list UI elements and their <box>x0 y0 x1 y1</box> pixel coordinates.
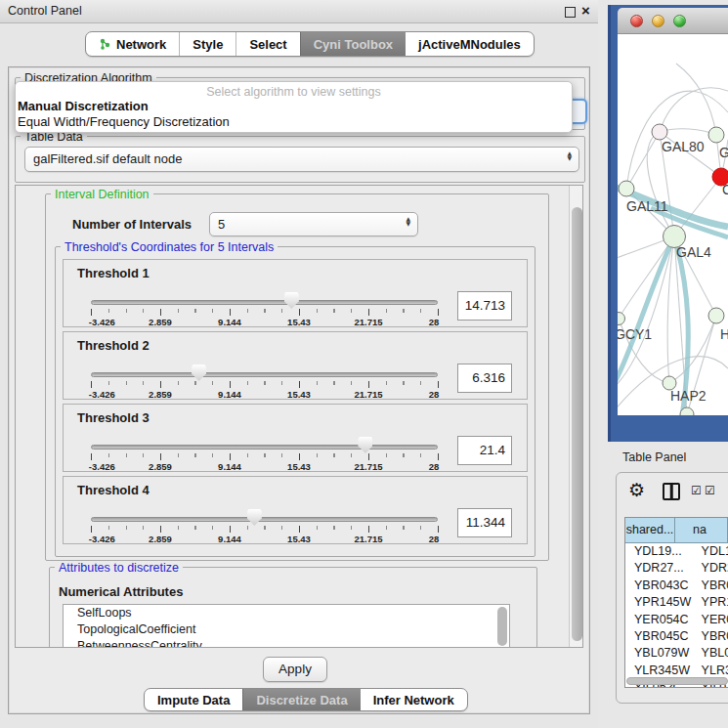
tab-cyni-toolbox[interactable]: Cyni Toolbox <box>300 32 406 56</box>
checkbox-icon[interactable]: ☑ <box>691 484 702 497</box>
threshold-3-slider[interactable]: -3.4262.8599.14415.4321.71528 <box>91 436 438 473</box>
slider-tick-labels: -3.4262.8599.14415.4321.71528 <box>91 317 438 328</box>
tick-label: -3.426 <box>89 389 115 400</box>
tick-label: 21.715 <box>354 317 382 327</box>
network-edge-thick <box>618 236 674 384</box>
tick-label: 28 <box>429 534 440 544</box>
network-node-label: GAL <box>719 145 728 160</box>
slider-thumb[interactable] <box>358 437 372 453</box>
tab-network[interactable]: Network <box>86 32 179 56</box>
dropdown-option-manual[interactable]: Manual Discretization <box>16 99 572 114</box>
threshold-2-slider[interactable]: -3.4262.8599.14415.4321.71528 <box>91 364 438 401</box>
minimize-traffic-light-icon[interactable] <box>652 15 664 27</box>
threshold-1-value[interactable]: 14.713 <box>457 291 512 321</box>
tick-label: 28 <box>429 461 440 472</box>
slider-track[interactable] <box>91 372 438 377</box>
panel-scrollbar[interactable] <box>569 186 583 648</box>
scrollbar-thumb[interactable] <box>572 207 582 641</box>
table-panel-window: ⚙ ☑ ☑ shared... na YDL19...YDL1 YDR27...… <box>616 472 728 704</box>
network-node[interactable] <box>619 181 634 196</box>
tab-select[interactable]: Select <box>236 32 299 56</box>
network-node-label: GAL4 <box>676 244 711 260</box>
tick-label: 21.715 <box>354 389 382 400</box>
apply-button[interactable]: Apply <box>263 657 327 682</box>
dropdown-option-equal-width[interactable]: Equal Width/Frequency Discretization <box>16 114 572 130</box>
threshold-3-panel: Threshold 3 -3.4262.8599.14415.4321.7152… <box>63 404 528 472</box>
dropdown-hint: Select algorithm to view settings <box>16 85 572 99</box>
control-panel-window: Control Panel × Network Style Select Cyn… <box>0 0 598 728</box>
num-intervals-select[interactable]: 5 ▲▼ <box>209 212 418 236</box>
list-item[interactable]: TopologicalCoefficient <box>64 621 509 638</box>
slider-track[interactable] <box>91 300 438 305</box>
tick-label: 15.43 <box>287 317 311 327</box>
tick-label: 9.144 <box>218 317 241 327</box>
checkbox-icon[interactable]: ☑ <box>705 484 715 497</box>
slider-thumb[interactable] <box>247 509 262 526</box>
threshold-3-value[interactable]: 21.4 <box>457 436 512 465</box>
column-layout-icon[interactable] <box>663 483 680 500</box>
slider-tick-labels: -3.4262.8599.14415.4321.71528 <box>91 534 438 545</box>
network-node-label: GAL11 <box>626 198 668 214</box>
slider-thumb[interactable] <box>192 364 206 381</box>
table-row[interactable]: YPR145WYPR1 <box>625 594 728 611</box>
column-header-name[interactable]: na <box>675 518 728 542</box>
network-edge <box>669 316 716 383</box>
slider-track[interactable] <box>91 445 438 450</box>
network-node-label: HAP2 <box>670 388 707 404</box>
numerical-attributes-list[interactable]: SelfLoops TopologicalCoefficient Between… <box>63 604 510 648</box>
attributes-group-title: Attributes to discretize <box>55 561 183 575</box>
table-data-select[interactable]: galFiltered.sif default node ▲▼ <box>24 147 579 172</box>
tick-label: 2.859 <box>149 389 172 400</box>
float-window-icon[interactable] <box>565 7 576 18</box>
tick-label: 9.144 <box>218 389 241 400</box>
table-row[interactable]: YBR045CYBR0 <box>625 628 728 645</box>
tab-impute-data[interactable]: Impute Data <box>145 689 242 710</box>
tab-jactivemnodules[interactable]: jActiveMNodules <box>406 32 534 56</box>
network-node[interactable] <box>708 308 724 323</box>
list-item[interactable]: SelfLoops <box>64 605 509 621</box>
list-scrollbar[interactable] <box>497 607 507 646</box>
table-panel-title: Table Panel <box>622 450 686 464</box>
close-icon[interactable]: × <box>581 2 590 19</box>
threshold-4-value[interactable]: 11.344 <box>457 508 512 537</box>
table-row[interactable]: YBR043CYBR0 <box>625 578 728 594</box>
tick-label: 21.715 <box>354 534 382 544</box>
table-toolbar: ⚙ ☑ ☑ <box>617 473 728 512</box>
gear-icon[interactable]: ⚙ <box>628 479 645 500</box>
table-row[interactable]: YBL079WYBL0 <box>625 645 728 662</box>
network-svg[interactable]: GAL80GALCGAL11GAL4GCY1HHAP2 <box>618 34 728 415</box>
close-traffic-light-icon[interactable] <box>630 15 643 27</box>
table-horizontal-scrollbar[interactable] <box>626 677 728 685</box>
slider-thumb[interactable] <box>284 292 299 309</box>
table-header-row: shared... na <box>625 518 728 543</box>
cyni-content-panel: Discretization Algorithm Select algorith… <box>8 66 590 714</box>
network-node-label: C <box>722 182 728 197</box>
network-node[interactable] <box>652 124 667 140</box>
network-window-titlebar[interactable] <box>618 8 728 34</box>
tick-label: 15.43 <box>287 461 311 472</box>
threshold-4-label: Threshold 4 <box>77 483 150 497</box>
list-item[interactable]: BetweennessCentrality <box>64 638 509 648</box>
threshold-4-slider[interactable]: -3.4262.8599.14415.4321.71528 <box>91 508 438 545</box>
tab-style[interactable]: Style <box>179 32 236 56</box>
column-header-shared-name[interactable]: shared... <box>625 518 675 542</box>
network-node[interactable] <box>618 313 625 325</box>
threshold-3-label: Threshold 3 <box>77 410 150 425</box>
tab-discretize-data[interactable]: Discretize Data <box>242 689 360 710</box>
table-row[interactable]: YDR27...YDR2 <box>625 560 728 577</box>
network-edge <box>660 129 716 135</box>
tick-label: 15.43 <box>287 534 311 544</box>
zoom-traffic-light-icon[interactable] <box>673 15 686 27</box>
threshold-1-slider[interactable]: -3.4262.8599.14415.4321.71528 <box>91 291 438 328</box>
table-row[interactable]: YDL19...YDL1 <box>625 543 728 560</box>
tick-label: -3.426 <box>89 534 115 544</box>
network-node-label: GAL80 <box>662 139 705 154</box>
network-node[interactable] <box>708 127 724 143</box>
network-canvas[interactable]: GAL80GALCGAL11GAL4GCY1HHAP2 <box>618 34 728 415</box>
threshold-2-value[interactable]: 6.316 <box>457 364 512 393</box>
tab-infer-network[interactable]: Infer Network <box>361 689 467 710</box>
node-attribute-table[interactable]: shared... na YDL19...YDL1 YDR27...YDR2 Y… <box>624 517 728 688</box>
table-row[interactable]: YER054CYER0 <box>625 612 728 628</box>
slider-track[interactable] <box>91 517 438 522</box>
network-edge <box>660 88 728 132</box>
